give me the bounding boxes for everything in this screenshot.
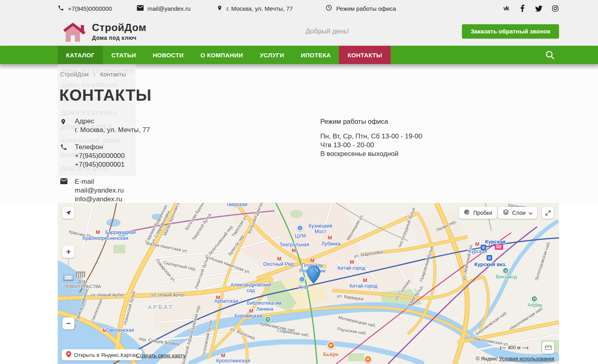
map-pin-icon [217,4,222,13]
traffic-light-icon [464,209,470,216]
email-value[interactable]: info@yandex.ru [75,195,124,204]
location-pin-icon[interactable] [307,265,320,285]
nav-item-mortgage[interactable]: ИПОТЕКА [292,46,339,64]
zoom-slider-handle[interactable] [63,274,74,280]
topbar-phone-text: +7(945)0000000 [68,5,112,12]
yandex-map[interactable]: Красная ПресняСадовая-Кудринскаяул. Спир… [58,203,559,364]
phone-icon [58,5,64,12]
layers-button[interactable]: Слои [498,207,537,219]
map-attribution: © Яндекс Условия использования [476,356,554,362]
terms-of-use-link[interactable]: Условия использования [499,356,554,362]
contact-phone: Телефон +7(945)0000000 +7(945)0000001 [60,143,280,169]
fullscreen-button[interactable] [542,207,554,219]
topbar-hours: Режим работы офиса [325,4,396,12]
office-hours: Режим работы офиса Пн, Вт, Ср, Птн, Сб 1… [320,117,422,212]
contact-address: Адрес г. Москва, ул. Мечты, 77 [60,117,280,134]
greeting-text: Добрый день! [306,27,349,35]
top-info-bar: +7(945)0000000 mail@yandex.ru г. Москва,… [0,0,598,17]
chevron-down-icon [528,210,533,216]
zoom-out-button[interactable]: − [62,317,74,329]
company-tagline: Дома под ключ [92,35,146,41]
create-own-map-link[interactable]: Создать свою карту [136,352,185,358]
topbar-email[interactable]: mail@yandex.ru [137,5,191,12]
ruler-button[interactable] [542,342,554,354]
envelope-icon [137,5,144,12]
company-name: СтройДом [92,21,146,34]
traffic-button[interactable]: Пробки [459,207,497,219]
breadcrumb-home[interactable]: СтройДом [60,71,89,78]
traffic-button-label: Пробки [473,210,492,216]
topbar-hours-text: Режим работы офиса [336,5,396,12]
nav-item-catalog[interactable]: КАТАЛОГ [58,46,103,64]
page-title: КОНТАКТЫ [59,86,559,104]
zoom-slider-track[interactable] [68,259,69,317]
breadcrumb: СтройДом › Контакты [58,64,559,78]
geolocation-button[interactable] [62,207,74,219]
contact-info: Адрес г. Москва, ул. Мечты, 77 Телефон +… [58,117,280,212]
nav-item-services[interactable]: УСЛУГИ [251,46,292,64]
open-in-yandex-label: Открыть в Яндекс.Картах [74,352,138,358]
twitter-icon[interactable] [535,4,543,12]
main-nav: КАТАЛОГ СТАТЬИ НОВОСТИ О КОМПАНИИ УСЛУГИ… [0,46,598,64]
map-pin-icon [60,117,69,134]
address-value: г. Москва, ул. Мечты, 77 [75,126,150,134]
search-icon[interactable] [541,46,559,64]
topbar-address: г. Москва, ул. Мечты, 77 [217,4,293,13]
house-logo-icon [58,19,86,43]
layers-button-label: Слои [512,210,526,216]
topbar-phone[interactable]: +7(945)0000000 [58,5,112,12]
page-content: ДОМА ИЗ SIP-ПАНЕЛЕЙ ДОМА ИЗ БЛОКОВ ДОМА … [0,64,598,203]
nav-item-news[interactable]: НОВОСТИ [144,46,192,64]
email-label: E-mail [75,177,124,186]
phone-value[interactable]: +7(945)0000000 [75,152,125,160]
email-value[interactable]: mail@yandex.ru [75,186,124,195]
phone-value[interactable]: +7(945)0000001 [75,160,125,169]
copyright-text: © Яндекс [476,356,498,362]
envelope-icon [60,177,69,204]
nav-item-articles[interactable]: СТАТЬИ [103,46,144,64]
phone-icon [60,143,69,169]
office-hours-line: Чтв 13-00 - 20-00 [320,141,422,150]
zoom-in-button[interactable]: + [62,246,74,258]
site-header: СтройДом Дома под ключ Добрый день! Зака… [0,17,598,46]
topbar-email-text: mail@yandex.ru [148,5,191,12]
topbar-address-text: г. Москва, ул. Мечты, 77 [226,5,293,12]
open-in-yandex-maps-button[interactable]: Открыть в Яндекс.Картах [62,349,142,360]
office-hours-title: Режим работы офиса [320,118,422,126]
instagram-icon[interactable] [551,4,559,12]
social-links: vk [502,4,559,12]
facebook-icon[interactable] [518,4,526,12]
address-label: Адрес [75,117,150,126]
contact-email: E-mail mail@yandex.ru info@yandex.ru [60,177,280,204]
map-scale-value: 400 м [506,345,522,350]
map-scale: 400 м [500,345,528,350]
red-pin-icon [66,351,71,359]
callback-button[interactable]: Заказать обратный звонок [462,24,559,39]
logo[interactable]: СтройДом Дома под ключ [58,19,146,43]
vk-icon[interactable]: vk [502,4,510,12]
nav-item-about[interactable]: О КОМПАНИИ [192,46,251,64]
nav-item-contacts[interactable]: КОНТАКТЫ [339,46,390,64]
chevron-right-icon: › [93,71,95,78]
layers-icon [503,209,509,217]
breadcrumb-current: Контакты [100,71,126,78]
office-hours-line: Пн, Вт, Ср, Птн, Сб 13-00 - 19-00 [320,132,422,141]
phone-label: Телефон [75,143,125,152]
clock-icon [325,4,332,12]
ruler-icon [545,346,552,350]
office-hours-line: В воскресенье выходной [320,150,422,158]
